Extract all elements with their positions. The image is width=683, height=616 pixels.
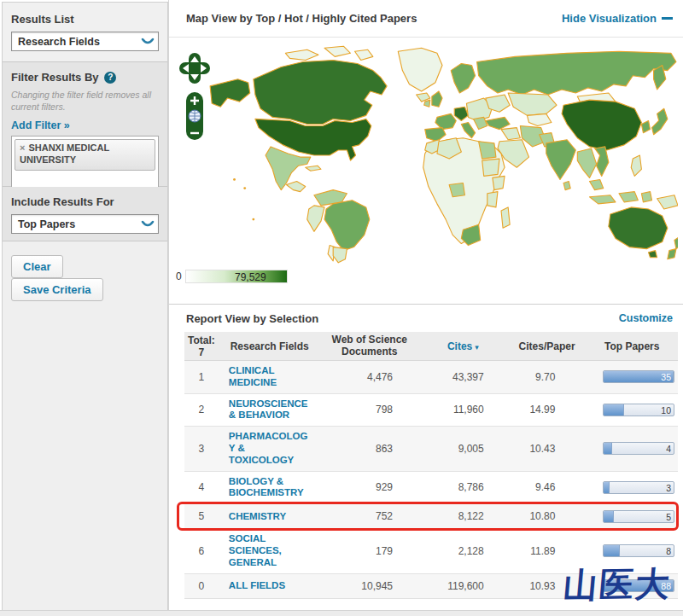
chevron-down-icon xyxy=(141,37,155,47)
sort-down-icon: ▾ xyxy=(475,343,479,352)
legend-gradient-bar: 79,529 xyxy=(185,270,288,283)
research-field-link[interactable]: SOCIAL SCIENCES, GENERAL xyxy=(229,533,311,568)
chevron-down-icon xyxy=(141,219,155,230)
country-thailand xyxy=(577,148,596,177)
add-filter-link[interactable]: Add Filter » xyxy=(11,119,70,131)
docs-cell: 798 xyxy=(320,404,418,416)
top-papers-value: 5 xyxy=(666,511,671,523)
footer-strip xyxy=(0,610,683,616)
sidebar-actions: Clear Save Criteria xyxy=(3,241,167,311)
minimize-icon xyxy=(662,17,673,20)
top-papers-value: 3 xyxy=(666,482,671,494)
include-results-heading: Include Results For xyxy=(11,195,159,208)
column-header-top-papers[interactable]: Top Papers xyxy=(586,340,678,352)
save-criteria-button[interactable]: Save Criteria xyxy=(11,278,103,301)
country-russia xyxy=(477,51,676,95)
filter-tag-label: SHANXI MEDICAL UNIVERSITY xyxy=(20,142,109,165)
cites-per-paper-cell: 14.99 xyxy=(508,404,587,416)
results-list-value: Research Fields xyxy=(18,36,100,48)
table-row[interactable]: 3 PHARMACOLOGY & TOXICOLOGY 863 9,005 10… xyxy=(184,427,678,471)
country-france xyxy=(435,113,456,129)
total-label: Total: xyxy=(184,334,219,346)
cites-per-paper-cell: 9.46 xyxy=(508,481,587,493)
docs-cell: 10,945 xyxy=(320,580,418,592)
rank-cell: 4 xyxy=(184,481,219,493)
filter-note: Changing the filter field removes all cu… xyxy=(11,90,159,113)
top-papers-value: 35 xyxy=(661,371,671,383)
country-scandinavia xyxy=(451,63,475,92)
legend-min-label: 0 xyxy=(176,270,182,282)
country-canada xyxy=(254,60,387,124)
include-results-section: Include Results For Top Papers xyxy=(3,187,167,241)
column-header-cites[interactable]: Cites▾ xyxy=(418,340,508,352)
report-view-title: Report View by Selection xyxy=(186,312,318,325)
country-philippines xyxy=(631,155,641,176)
results-list-heading: Results List xyxy=(11,13,159,26)
top-papers-bar: 10 xyxy=(603,404,674,416)
country-korea xyxy=(641,120,650,132)
column-header-wos-documents[interactable]: Web of Science Documents xyxy=(320,334,418,358)
table-row-highlighted[interactable]: 5 CHEMISTRY 752 8,122 10.80 5 xyxy=(184,504,678,529)
sidebar: Results List Research Fields Filter Resu… xyxy=(2,2,168,611)
cites-cell: 8,122 xyxy=(418,510,508,522)
country-kazakhstan xyxy=(508,93,557,115)
cites-per-paper-cell: 10.43 xyxy=(508,443,587,455)
research-field-link[interactable]: BIOLOGY & BIOCHEMISTRY xyxy=(229,476,311,500)
rank-cell: 6 xyxy=(184,545,219,557)
country-germany xyxy=(454,107,468,120)
country-indonesia xyxy=(590,195,616,204)
filter-heading: Filter Results By xyxy=(11,71,99,84)
country-japan xyxy=(652,108,668,134)
cites-per-paper-cell: 11.89 xyxy=(508,545,587,557)
research-field-link[interactable]: PHARMACOLOGY & TOXICOLOGY xyxy=(229,431,311,466)
country-china xyxy=(562,100,641,150)
filter-box: ×SHANXI MEDICAL UNIVERSITY xyxy=(11,136,159,189)
table-row[interactable]: 2 NEUROSCIENCE & BEHAVIOR 798 11,960 14.… xyxy=(184,394,678,427)
research-field-link[interactable]: NEUROSCIENCE & BEHAVIOR xyxy=(229,398,311,422)
country-australia xyxy=(609,207,668,249)
top-papers-bar: 35 xyxy=(603,370,674,383)
main-panel: Map View by Top / Hot / Highly Cited Pap… xyxy=(168,0,683,610)
cites-cell: 119,600 xyxy=(418,580,508,592)
total-value: 7 xyxy=(184,346,219,358)
research-field-link[interactable]: CLINICAL MEDICINE xyxy=(229,365,311,389)
country-brazil xyxy=(324,200,370,251)
report-view-header: Report View by Selection Customize xyxy=(169,305,683,328)
filter-section: Filter Results By ? Changing the filter … xyxy=(3,62,167,187)
table-header-row: Total: 7 Research Fields Web of Science … xyxy=(184,332,678,361)
country-alaska xyxy=(210,79,250,107)
column-header-cites-per-paper[interactable]: Cites/Paper xyxy=(508,340,587,352)
customize-link[interactable]: Customize xyxy=(619,312,673,324)
watermark-logo: 山医大 xyxy=(561,561,673,609)
include-results-select[interactable]: Top Papers xyxy=(11,214,159,234)
top-papers-bar: 4 xyxy=(603,442,674,455)
column-header-research-fields[interactable]: Research Fields xyxy=(219,340,321,352)
clear-button[interactable]: Clear xyxy=(11,255,63,278)
help-icon[interactable]: ? xyxy=(104,72,116,84)
country-turkey xyxy=(486,117,510,129)
remove-filter-icon[interactable]: × xyxy=(20,142,25,153)
research-field-link[interactable]: ALL FIELDS xyxy=(229,580,285,592)
cites-cell: 9,005 xyxy=(418,443,508,455)
results-list-section: Results List Research Fields xyxy=(3,3,167,62)
top-papers-value: 10 xyxy=(661,404,671,416)
country-uk xyxy=(432,91,442,107)
filter-tag[interactable]: ×SHANXI MEDICAL UNIVERSITY xyxy=(15,139,155,171)
docs-cell: 752 xyxy=(320,510,418,522)
country-spain xyxy=(425,128,446,142)
top-papers-value: 4 xyxy=(666,443,671,455)
rank-cell: 2 xyxy=(184,404,219,416)
esi-page: Results List Research Fields Filter Resu… xyxy=(0,0,683,610)
table-row[interactable]: 4 BIOLOGY & BIOCHEMISTRY 929 8,786 9.46 … xyxy=(184,472,678,505)
cites-per-paper-cell: 10.80 xyxy=(508,510,587,522)
include-results-value: Top Papers xyxy=(18,218,75,230)
results-list-select[interactable]: Research Fields xyxy=(11,32,159,51)
map-visualization: 0 79,529 xyxy=(169,38,683,305)
total-count: Total: 7 xyxy=(184,334,219,358)
table-row[interactable]: 1 CLINICAL MEDICINE 4,476 43,397 9.70 35 xyxy=(184,361,678,394)
hide-visualization-link[interactable]: Hide Visualization xyxy=(562,12,673,25)
research-field-link[interactable]: CHEMISTRY xyxy=(229,511,286,523)
map-view-header: Map View by Top / Hot / Highly Cited Pap… xyxy=(169,0,683,38)
rank-cell: 0 xyxy=(184,580,219,592)
world-map[interactable] xyxy=(203,41,678,264)
